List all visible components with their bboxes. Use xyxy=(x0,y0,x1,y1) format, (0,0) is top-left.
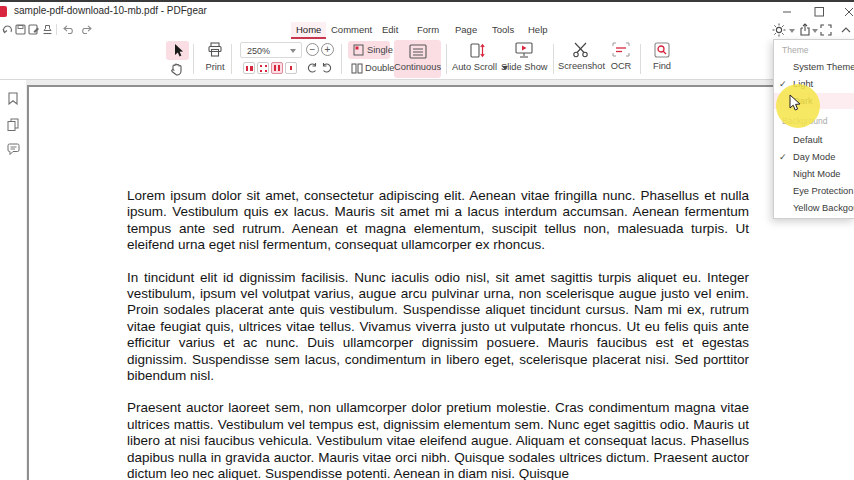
scissors-icon xyxy=(558,42,604,58)
ocr-label: OCR xyxy=(606,61,636,71)
zoom-level-select[interactable]: 250% xyxy=(240,42,302,58)
save-icon xyxy=(15,24,26,35)
find-label: Find xyxy=(647,61,677,71)
check-icon xyxy=(779,149,791,165)
save-as-button[interactable] xyxy=(28,24,40,35)
theme-sun-icon xyxy=(772,23,786,37)
continuous-view-button[interactable]: Continuous xyxy=(394,40,441,78)
ocr-icon xyxy=(606,42,636,58)
continuous-label: Continuous xyxy=(394,62,441,72)
divider xyxy=(640,44,641,74)
zoom-caret-icon xyxy=(290,49,296,53)
menu-item-default[interactable]: Default xyxy=(774,132,854,148)
tab-edit[interactable]: Edit xyxy=(377,22,403,37)
app-icon xyxy=(0,6,7,17)
auto-scroll-button[interactable]: Auto Scroll xyxy=(452,41,502,76)
theme-caret-icon xyxy=(789,29,795,33)
window-title: sample-pdf-download-10-mb.pdf - PDFgear xyxy=(14,5,207,16)
collapse-ribbon-icon xyxy=(841,27,851,33)
save-button[interactable] xyxy=(15,24,26,35)
slide-show-icon xyxy=(501,42,547,59)
double-label: Double xyxy=(365,63,394,73)
titlebar: sample-pdf-download-10-mb.pdf - PDFgear xyxy=(0,2,854,20)
fullscreen-button[interactable] xyxy=(820,24,832,36)
divider xyxy=(341,44,342,74)
tab-page[interactable]: Page xyxy=(450,22,482,37)
stamp-icon xyxy=(42,24,53,35)
fullscreen-icon xyxy=(820,24,832,36)
theme-section-header: Theme xyxy=(782,45,808,55)
maximize-button[interactable] xyxy=(808,4,830,20)
find-button[interactable]: Find xyxy=(647,41,677,76)
hand-tool-icon xyxy=(169,62,185,76)
menu-item-eye-protection-mode[interactable]: Eye Protection Mode xyxy=(774,183,854,199)
divider xyxy=(193,44,194,74)
tab-comment[interactable]: Comment xyxy=(326,22,377,37)
zoom-level-value: 250% xyxy=(247,46,270,56)
thumbnails-panel-button[interactable] xyxy=(7,118,19,131)
fit-height-button[interactable] xyxy=(285,62,297,74)
fit-page-button[interactable] xyxy=(271,62,283,74)
document-text: Lorem ipsum dolor sit amet, consectetur … xyxy=(127,188,749,480)
screenshot-button[interactable]: Screenshot xyxy=(558,41,604,76)
double-page-icon xyxy=(351,63,363,74)
undo-icon xyxy=(62,24,75,35)
rotate-right-button[interactable] xyxy=(321,62,333,74)
open-button[interactable] xyxy=(2,24,13,35)
tab-form[interactable]: Form xyxy=(412,22,444,37)
print-button[interactable]: Print xyxy=(196,41,234,76)
theme-button[interactable] xyxy=(772,23,786,37)
single-page-icon xyxy=(353,44,364,56)
rotate-right-icon xyxy=(321,62,333,74)
stamp-button[interactable] xyxy=(42,24,53,35)
fit-width-button[interactable] xyxy=(257,62,269,74)
redo-button[interactable] xyxy=(80,24,93,35)
menu-item-night-mode[interactable]: Night Mode xyxy=(774,166,854,182)
double-view-button[interactable]: Double xyxy=(348,60,390,77)
comments-panel-button[interactable] xyxy=(7,143,20,156)
menu-item-day-mode[interactable]: Day Mode xyxy=(774,149,854,165)
divider xyxy=(231,44,232,74)
share-caret-icon xyxy=(812,29,818,33)
zoom-out-button[interactable]: − xyxy=(306,43,319,56)
select-tool-button[interactable] xyxy=(166,41,189,60)
tab-home[interactable]: Home xyxy=(291,22,326,39)
slide-show-label: Slide Show xyxy=(501,62,547,72)
single-view-button[interactable]: Single xyxy=(348,41,390,59)
zoom-in-button[interactable]: + xyxy=(321,43,334,56)
tab-tools[interactable]: Tools xyxy=(487,22,519,37)
bookmarks-panel-button[interactable] xyxy=(7,92,19,105)
pdf-page: Lorem ipsum dolor sit amet, consectetur … xyxy=(27,85,854,480)
ocr-button[interactable]: OCR xyxy=(606,41,636,76)
close-icon xyxy=(838,4,854,20)
comments-icon xyxy=(7,143,20,156)
fit-actual-size-button[interactable] xyxy=(243,62,255,74)
collapse-ribbon-button[interactable] xyxy=(841,27,851,33)
continuous-icon xyxy=(409,44,427,59)
printer-icon xyxy=(196,42,234,59)
bookmark-icon xyxy=(7,92,19,105)
divider xyxy=(56,24,57,35)
theme-dropdown-menu: Theme System Theme Light Dark Background… xyxy=(773,39,854,219)
print-label: Print xyxy=(196,62,234,72)
rotate-left-button[interactable] xyxy=(306,62,318,74)
redo-icon xyxy=(80,24,93,35)
open-icon xyxy=(2,24,13,35)
find-icon xyxy=(647,42,677,58)
menu-item-yellow-background[interactable]: Yellow Backgournd xyxy=(774,200,854,216)
slide-show-button[interactable]: Slide Show xyxy=(501,41,547,76)
mouse-cursor xyxy=(789,94,803,112)
minimize-button[interactable] xyxy=(776,4,798,20)
undo-button[interactable] xyxy=(62,24,75,35)
share-button[interactable] xyxy=(799,23,811,36)
divider xyxy=(553,44,554,74)
hand-tool-button[interactable] xyxy=(169,62,185,76)
tab-help[interactable]: Help xyxy=(523,22,553,37)
share-icon xyxy=(799,23,811,36)
maximize-icon xyxy=(808,4,830,20)
rotate-left-icon xyxy=(306,62,318,74)
menu-item-system-theme[interactable]: System Theme xyxy=(774,59,854,75)
close-button[interactable] xyxy=(838,4,854,20)
auto-scroll-icon xyxy=(452,42,502,59)
thumbnails-icon xyxy=(7,118,19,131)
